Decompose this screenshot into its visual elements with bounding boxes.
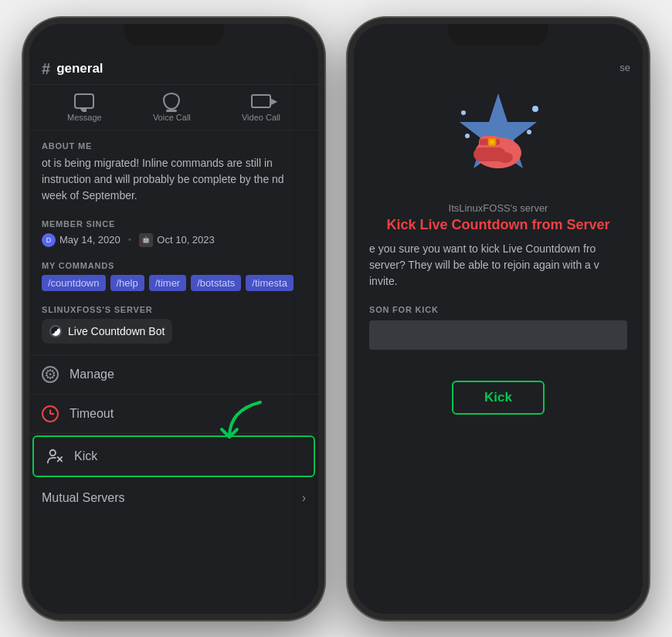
- svg-point-7: [497, 152, 513, 163]
- svg-rect-10: [490, 141, 494, 144]
- timeout-label: Timeout: [70, 407, 114, 421]
- svg-point-11: [461, 110, 466, 115]
- discord-date: May 14, 2020: [59, 234, 120, 246]
- message-action-label: Message: [67, 113, 102, 122]
- server-date: Oct 10, 2023: [157, 234, 214, 246]
- mutual-servers-section[interactable]: Mutual Servers ›: [29, 479, 318, 517]
- discord-icon: D: [42, 233, 56, 247]
- bot-name: Live Countdown Bot: [68, 325, 165, 337]
- right-phone-screen: se: [354, 24, 643, 614]
- video-call-icon: [249, 93, 273, 110]
- chevron-right-icon: ›: [302, 491, 306, 505]
- commands-label: MY COMMANDS: [42, 261, 306, 270]
- manage-label: Manage: [70, 368, 114, 381]
- server-section: SLINUXFOSS'S SERVER Live Countdown Bot: [29, 297, 318, 350]
- video-call-action[interactable]: Video Call: [242, 93, 280, 122]
- discord-join-date: D May 14, 2020: [42, 233, 120, 247]
- about-me-text: ot is being migrated! Inline commands ar…: [42, 155, 306, 204]
- mutual-servers-label: Mutual Servers: [42, 491, 125, 505]
- server-join-icon: 🤖: [139, 233, 153, 247]
- channel-header: # general: [29, 51, 318, 84]
- voice-call-icon: [160, 93, 183, 110]
- bot-badge: Live Countdown Bot: [42, 319, 172, 344]
- right-phone: se: [348, 18, 649, 620]
- command-help[interactable]: /help: [110, 275, 144, 291]
- member-since-label: MEMBER SINCE: [42, 219, 306, 229]
- svg-point-14: [465, 134, 470, 138]
- kick-title: Kick Live Countdown from Server: [371, 217, 625, 241]
- voice-call-action[interactable]: Voice Call: [153, 93, 191, 122]
- channel-name: general: [56, 61, 103, 76]
- right-phone-notch: [448, 24, 548, 46]
- commands-row: /countdown /help /timer /botstats /times…: [42, 275, 306, 291]
- kick-description: e you sure you want to kick Live Countdo…: [354, 241, 643, 290]
- about-me-label: ABOUT ME: [42, 141, 306, 151]
- kick-server-name: ItsLinuxFOSS's server: [449, 202, 548, 214]
- server-section-label: SLINUXFOSS'S SERVER: [42, 305, 306, 314]
- channel-hash-icon: #: [42, 60, 50, 78]
- bot-avatar: [49, 325, 62, 337]
- command-countdown[interactable]: /countdown: [42, 275, 106, 291]
- reason-section: SON FOR KICK: [354, 290, 643, 357]
- left-phone-screen: # general Message Voice Call Video Ca: [29, 24, 318, 614]
- svg-point-13: [527, 130, 531, 134]
- voice-call-label: Voice Call: [153, 113, 191, 122]
- about-me-section: ABOUT ME ot is being migrated! Inline co…: [29, 130, 318, 212]
- message-icon: [73, 93, 96, 110]
- partial-title: se: [619, 62, 630, 73]
- reason-input[interactable]: [369, 320, 627, 350]
- member-since-row: D May 14, 2020 • 🤖 Oct 10, 2023: [42, 233, 306, 247]
- kick-illustration: [444, 90, 552, 190]
- server-join-date: 🤖 Oct 10, 2023: [139, 233, 214, 247]
- command-botstats[interactable]: /botstats: [191, 275, 241, 291]
- left-phone-notch: [124, 24, 224, 46]
- manage-menu-item[interactable]: Manage: [29, 355, 318, 395]
- action-bar: Message Voice Call Video Call: [29, 84, 318, 130]
- reason-label: SON FOR KICK: [369, 305, 627, 314]
- kick-confirm-button[interactable]: Kick: [452, 381, 545, 415]
- kick-icon: [46, 448, 63, 465]
- arrow-annotation: [214, 395, 276, 459]
- timeout-icon: [42, 405, 59, 422]
- kick-label: Kick: [74, 449, 97, 463]
- command-timestats[interactable]: /timesta: [246, 275, 294, 291]
- video-icon-shape: [251, 94, 271, 108]
- video-call-label: Video Call: [242, 113, 280, 122]
- gear-icon: [42, 366, 59, 383]
- command-timer[interactable]: /timer: [149, 275, 187, 291]
- commands-section: MY COMMANDS /countdown /help /timer /bot…: [29, 255, 318, 297]
- voice-icon-shape: [163, 93, 180, 110]
- svg-point-0: [50, 449, 56, 455]
- message-icon-shape: [74, 93, 94, 109]
- kick-button-container: Kick: [354, 357, 643, 422]
- member-since-section: MEMBER SINCE D May 14, 2020 • 🤖 Oct 10, …: [29, 212, 318, 255]
- svg-point-12: [532, 106, 538, 112]
- date-separator: •: [128, 234, 132, 246]
- message-action[interactable]: Message: [67, 93, 102, 122]
- left-phone: # general Message Voice Call Video Ca: [23, 18, 324, 620]
